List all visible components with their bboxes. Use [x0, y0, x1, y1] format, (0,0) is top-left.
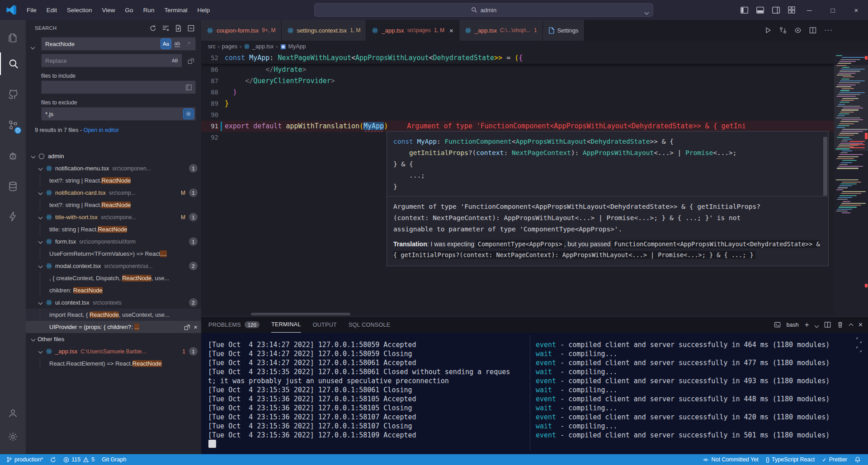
commit-status[interactable]: Not Committed Yet [699, 454, 762, 465]
replace-icon[interactable] [184, 324, 190, 330]
hover-scrollbar[interactable] [823, 137, 827, 196]
sidebar-item-project-manager[interactable] [0, 114, 26, 136]
code-line-87[interactable]: 87 </QueryClientProvider> [201, 75, 834, 87]
tree-file-row[interactable]: form.tsxsrc\components\ui\form1 [26, 235, 201, 248]
code-line-89[interactable]: 89} [201, 98, 834, 109]
files-to-include-input[interactable] [41, 80, 196, 94]
split-terminal-icon[interactable] [824, 321, 831, 328]
tree-file-row[interactable]: notification-menu.tsxsrc\componen...1 [26, 162, 201, 174]
breadcrumb-item-pages[interactable]: pages [222, 43, 237, 50]
toggle-panel-icon[interactable] [754, 4, 766, 16]
tab-settings[interactable]: Settings [543, 20, 585, 41]
tree-match-row[interactable]: text?: string | React.ReactNode [26, 174, 201, 187]
sidebar-item-search[interactable] [0, 52, 26, 75]
tree-file-row[interactable]: title-with-sort.tsxsrc\compone...M1 [26, 211, 201, 223]
sticky-line[interactable]: 52const MyApp: NextPageWithLayout<AppPro… [201, 52, 834, 64]
new-terminal-icon[interactable]: + [805, 320, 809, 329]
tree-match-row[interactable]: UIProvider = (props: { children?: ...× [26, 321, 201, 333]
horizontal-scrollbar[interactable] [251, 313, 350, 315]
tab--app-tsx[interactable]: _app.tsxsrc\pages1, M× [366, 20, 459, 41]
tree-match-row[interactable]: children: ReactNode [26, 284, 201, 296]
code-line-91[interactable]: 91export default appWithTranslation(MyAp… [201, 121, 834, 132]
use-exclude-settings-gear-icon[interactable] [184, 109, 193, 119]
tree-root-row[interactable]: admin [26, 150, 201, 162]
breadcrumb-item-src[interactable]: src [208, 43, 216, 50]
collapse-all-icon[interactable] [186, 23, 196, 33]
tree-file-row[interactable]: ui.context.tsxsrc\contexts2 [26, 296, 201, 309]
open-editors-only-icon[interactable] [184, 82, 193, 92]
split-editor-icon[interactable] [809, 27, 816, 34]
refresh-icon[interactable] [148, 23, 158, 33]
tab--app-tsx[interactable]: _app.tsxC:\...\shop\...1 [459, 20, 543, 41]
tree-match-row[interactable]: React.ReactElement) => React.ReactNode [26, 357, 201, 370]
tab-settings-context-tsx[interactable]: settings.context.tsx1, M [282, 20, 367, 41]
problems-indicator[interactable]: 115 5 [60, 454, 98, 465]
maximize-button[interactable]: □ [821, 0, 844, 20]
chevron-down-icon[interactable] [37, 240, 44, 243]
toggle-replace-chevron[interactable] [31, 42, 34, 51]
minimize-button[interactable]: ─ [797, 0, 821, 20]
breadcrumb-item--app-tsx[interactable]: _app.tsx [252, 43, 274, 50]
menu-help[interactable]: Help [192, 5, 215, 16]
chevron-down-icon[interactable] [37, 350, 44, 353]
code-line-90[interactable]: 90 [201, 109, 834, 121]
toggle-secondary-sidebar-icon[interactable] [770, 4, 782, 16]
open-changes-icon[interactable] [779, 27, 787, 34]
chevron-down-icon[interactable] [37, 216, 44, 219]
sidebar-item-database[interactable] [0, 175, 26, 197]
terminal-pane-right[interactable]: event - compiled client and server succe… [536, 340, 863, 440]
language-mode[interactable]: {} TypeScript React [762, 454, 819, 465]
menu-selection[interactable]: Selection [62, 5, 97, 16]
close-panel-icon[interactable]: × [859, 321, 863, 329]
close-button[interactable]: × [844, 0, 868, 20]
breadcrumb-item-myapp[interactable]: MyApp [288, 43, 306, 50]
account-icon[interactable] [0, 402, 26, 424]
run-icon[interactable] [764, 27, 772, 34]
chevron-down-icon[interactable] [37, 167, 44, 170]
chevron-down-icon[interactable] [29, 338, 37, 341]
regex-icon[interactable]: .* [184, 39, 193, 49]
toggle-sidebar-icon[interactable] [738, 4, 750, 16]
menu-view[interactable]: View [97, 5, 120, 16]
formatter-status[interactable]: ✓ Prettier [818, 454, 851, 465]
tree-file-row[interactable]: modal.context.tsxsrc\components\ui...2 [26, 260, 201, 272]
dismiss-icon[interactable]: × [193, 323, 198, 331]
tree-match-row[interactable]: title: string | React.ReactNode [26, 223, 201, 235]
tree-match-row[interactable]: text?: string | React.ReactNode [26, 199, 201, 211]
terminal-pane-left[interactable]: [Tue Oct 4 23:14:27 2022] 127.0.0.1:5805… [208, 340, 529, 440]
files-to-exclude-input[interactable] [41, 107, 196, 121]
sidebar-item-explorer[interactable] [0, 26, 26, 49]
sidebar-item-thunder-client[interactable] [0, 205, 26, 228]
sync-button[interactable] [47, 454, 60, 465]
maximize-panel-chevron[interactable] [849, 321, 853, 329]
chevron-down-icon[interactable] [37, 301, 44, 304]
whole-word-icon[interactable]: ab [172, 39, 182, 49]
shell-label[interactable]: bash [787, 322, 799, 328]
menu-run[interactable]: Run [138, 5, 160, 16]
tab-coupon-form-tsx[interactable]: coupon-form.tsx9+, M [201, 20, 282, 41]
sidebar-item-debug[interactable] [0, 145, 26, 167]
tree-match-row[interactable]: , { createContext, Dispatch, ReactNode, … [26, 272, 201, 284]
panel-tab-problems[interactable]: PROBLEMS120 [208, 317, 259, 333]
notifications-bell[interactable] [851, 454, 864, 465]
settings-gear-icon[interactable] [0, 425, 26, 448]
open-in-editor-link[interactable]: Open in editor [84, 127, 119, 133]
preserve-case-icon[interactable]: AB [170, 56, 180, 66]
sidebar-item-github[interactable] [0, 83, 26, 106]
chevron-down-icon[interactable] [37, 264, 44, 268]
terminal-dropdown-chevron[interactable] [815, 321, 818, 329]
clear-results-icon[interactable] [160, 23, 170, 33]
chevron-down-icon[interactable] [37, 191, 44, 194]
git-graph-button[interactable]: Git Graph [98, 454, 130, 465]
minimap[interactable] [834, 52, 868, 316]
menu-terminal[interactable]: Terminal [159, 5, 192, 16]
branch-indicator[interactable]: production* [3, 454, 47, 465]
tree-file-row[interactable]: _app.tsxC:\Users\Samuele Barbie...11 [26, 345, 201, 357]
panel-tab-sql-console[interactable]: SQL CONSOLE [349, 317, 390, 333]
replace-input[interactable] [41, 54, 182, 67]
open-search-editor-icon[interactable] [173, 23, 183, 33]
chevron-down-icon[interactable] [645, 9, 648, 15]
tree-match-row[interactable]: UseFormReturn<TFormValues>) => React.... [26, 248, 201, 260]
code-line-86[interactable]: 86 </Hydrate> [201, 64, 834, 75]
command-center-search[interactable]: admin [314, 3, 653, 17]
